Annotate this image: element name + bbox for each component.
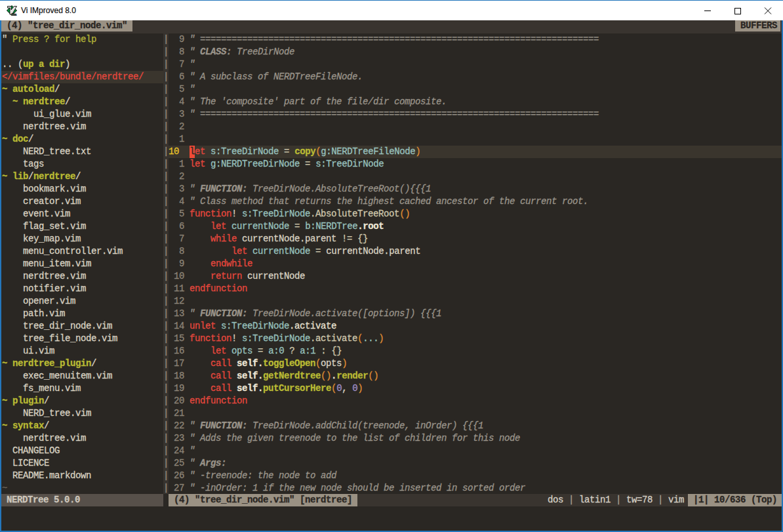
svg-text:im: im bbox=[12, 12, 17, 16]
